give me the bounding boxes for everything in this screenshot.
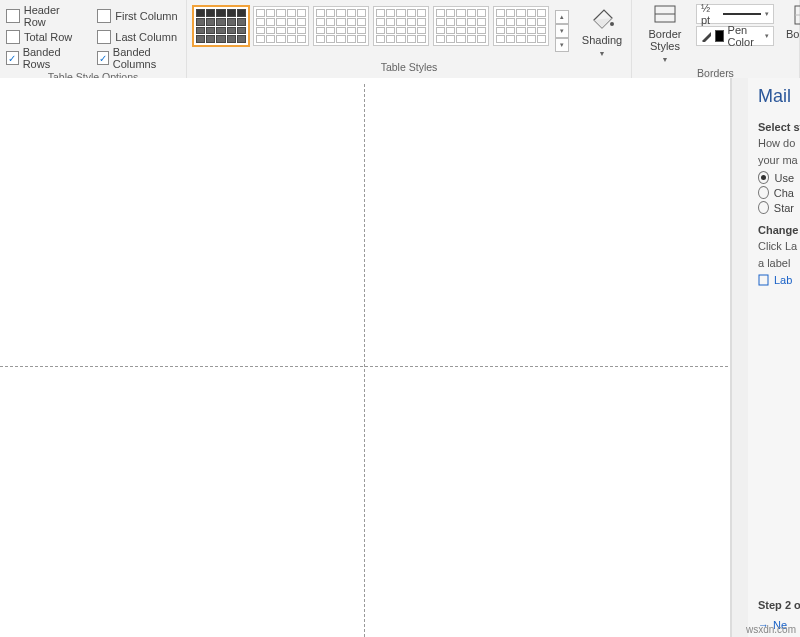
document-page[interactable] — [0, 78, 731, 637]
label-options-link[interactable]: Lab — [758, 274, 794, 286]
border-styles-button[interactable]: Border Styles▼ — [638, 2, 692, 66]
cb-first-column[interactable]: First Column — [97, 4, 180, 28]
table-style-thumb-5[interactable] — [433, 6, 489, 46]
table-style-thumb-3[interactable] — [313, 6, 369, 46]
vertical-scrollbar[interactable] — [731, 78, 748, 637]
group-table-styles: ▴ ▾ ▾ Shading▼ Table Styles — [187, 0, 632, 78]
help-text-1: How do — [758, 137, 794, 150]
table-style-gallery: ▴ ▾ ▾ — [193, 2, 569, 52]
border-styles-icon — [653, 4, 677, 26]
section-select: Select st — [758, 121, 794, 133]
radio-start[interactable]: Star — [758, 201, 794, 214]
table-style-thumb-6[interactable] — [493, 6, 549, 46]
group-borders: Border Styles▼ ½ pt ▾ Pen Color▾ Borders… — [632, 0, 800, 78]
table-style-thumb-2[interactable] — [253, 6, 309, 46]
cb-last-column[interactable]: Last Column — [97, 30, 180, 44]
svg-rect-6 — [759, 275, 768, 285]
step-indicator: Step 2 o — [758, 599, 800, 611]
borders-button[interactable]: Borders▼ — [778, 2, 800, 54]
cb-header-row[interactable]: Header Row — [6, 4, 83, 28]
cb-banded-rows[interactable]: ✓Banded Rows — [6, 46, 83, 70]
border-weight-combo[interactable]: ½ pt ▾ — [696, 4, 774, 24]
gallery-up-icon[interactable]: ▴ — [555, 10, 569, 24]
gallery-spinner: ▴ ▾ ▾ — [555, 10, 569, 52]
group-label-table-styles: Table Styles — [187, 60, 631, 78]
ribbon: Header Row First Column Total Row Last C… — [0, 0, 800, 79]
mail-merge-panel: Mail Select st How do your ma Use Cha St… — [748, 78, 800, 637]
help-text-2: your ma — [758, 154, 794, 167]
group-table-style-options: Header Row First Column Total Row Last C… — [0, 0, 187, 78]
pen-color-combo[interactable]: Pen Color▾ — [696, 26, 774, 46]
shading-button[interactable]: Shading▼ — [575, 2, 629, 60]
borders-grid-icon — [793, 4, 800, 26]
watermark: wsxdn.com — [746, 624, 796, 635]
document-icon — [758, 274, 770, 286]
svg-point-0 — [610, 22, 614, 26]
cb-total-row[interactable]: Total Row — [6, 30, 83, 44]
panel-title: Mail — [758, 86, 794, 107]
change-text-1: Click La — [758, 240, 794, 253]
gallery-down-icon[interactable]: ▾ — [555, 24, 569, 38]
workspace: Mail Select st How do your ma Use Cha St… — [0, 78, 800, 637]
section-change: Change d — [758, 224, 794, 236]
cb-banded-columns[interactable]: ✓Banded Columns — [97, 46, 180, 70]
label-table — [0, 84, 728, 637]
change-text-2: a label — [758, 257, 794, 270]
radio-change[interactable]: Cha — [758, 186, 794, 199]
gallery-more-icon[interactable]: ▾ — [555, 38, 569, 52]
bucket-icon — [588, 4, 616, 32]
radio-use[interactable]: Use — [758, 171, 794, 184]
table-style-thumb-4[interactable] — [373, 6, 429, 46]
table-style-thumb-1[interactable] — [193, 6, 249, 46]
pen-icon — [701, 30, 711, 42]
